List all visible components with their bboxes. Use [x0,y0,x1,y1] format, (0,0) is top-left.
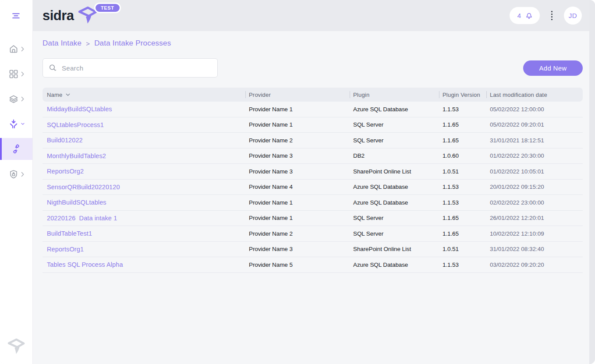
provider-cell: Provider Name 4 [245,184,350,190]
last-modification-date-cell: 01/02/2022 10:05:01 [486,168,583,175]
avatar-initials: JD [569,12,577,19]
sidebar [0,0,33,364]
plugin-version-cell: 1.1.65 [439,121,486,128]
column-header-plugin[interactable]: Plugin [350,88,439,102]
provider-cell: Provider Name 2 [245,230,350,237]
column-header-provider[interactable]: Provider [245,88,350,102]
column-header-last-modification-date[interactable]: Last modification date [486,88,583,102]
sidra-wordmark: sidra [42,8,74,24]
chevron-right-icon [21,71,25,77]
more-menu-button[interactable] [549,9,554,22]
add-new-button[interactable]: Add New [523,60,583,76]
plugin-cell: SQL Server [350,230,439,237]
scrollbar-track[interactable] [589,0,595,364]
sidebar-nav [0,36,32,187]
column-header-name[interactable]: Name [42,88,245,102]
plugin-cell: SharePoint Online List [350,168,439,175]
plugin-version-cell: 1.0.51 [439,168,486,175]
plugin-version-cell: 1.0.51 [439,246,486,252]
last-modification-date-cell: 31/01/2021 18:12:51 [486,137,583,144]
breadcrumb-link-data-intake-processes[interactable]: Data Intake Processes [94,39,171,48]
apps-grid-icon [8,69,19,79]
home-icon [8,44,19,54]
plugin-version-cell: 1.1.65 [439,230,486,237]
process-link[interactable]: 20220126 Data intake 1 [47,215,117,222]
provider-cell: Provider Name 5 [245,262,350,268]
provider-cell: Provider Name 1 [245,106,350,113]
column-label: Plugin [353,92,369,98]
provider-cell: Provider Name 3 [245,168,350,175]
process-link[interactable]: ReportsOrg1 [47,246,84,253]
last-modification-date-cell: 01/02/2022 20:30:00 [486,152,583,159]
process-link[interactable]: NigthBuildSQLtables [47,199,106,206]
table-body: MiddayBuildSQLtables Provider Name 1 Azu… [42,102,583,273]
process-link[interactable]: Build012022 [47,137,83,144]
user-avatar[interactable]: JD [564,7,582,25]
plugin-cell: SQL Server [350,137,439,144]
sidebar-item-data-intake-processes[interactable] [0,138,32,160]
funnel-arrow-icon [8,119,19,129]
table-row: MonthlyBuildTables2 Provider Name 3 DB2 … [42,148,583,164]
process-link[interactable]: ReportsOrg2 [47,168,84,175]
kebab-icon [551,11,552,20]
table-row: SQLtablesProcess1 Provider Name 1 SQL Se… [42,117,583,133]
plugin-version-cell: 1.1.53 [439,199,486,206]
table-header-row: Name Provider Plugin Plugin Version [42,88,583,102]
main-column: sidra TEST 4 [33,0,595,364]
environment-badge: TEST [94,3,121,13]
search-input[interactable] [62,64,212,72]
provider-cell: Provider Name 1 [245,121,350,128]
plugin-version-cell: 1.1.65 [439,215,486,221]
table-row: NigthBuildSQLtables Provider Name 1 Azur… [42,195,583,211]
provider-cell: Provider Name 3 [245,152,350,159]
sidebar-item-security[interactable] [0,162,32,187]
top-header: sidra TEST 4 [33,0,595,31]
process-link[interactable]: SensorQRBuild20220120 [47,184,120,191]
plugin-cell: Azure SQL Database [350,184,439,190]
column-label: Plugin Version [443,92,480,98]
table-row: ReportsOrg2 Provider Name 3 SharePoint O… [42,164,583,180]
chevron-right-icon [21,96,25,102]
last-modification-date-cell: 20/01/2022 09:15:20 [486,184,583,190]
column-label: Provider [249,92,271,98]
last-modification-date-cell: 03/02/2022 09:20:20 [486,262,583,268]
chevron-down-icon [21,121,25,127]
layers-icon [8,94,19,104]
process-link[interactable]: BuildTableTest1 [47,230,92,237]
last-modification-date-cell: 26/01/2022 12:20:01 [486,215,583,221]
table-row: 20220126 Data intake 1 Provider Name 1 S… [42,211,583,226]
process-link[interactable]: SQLtablesProcess1 [47,121,104,128]
sidebar-item-data-intake[interactable] [0,111,32,136]
header-actions: 4 JD [510,7,582,25]
provider-cell: Provider Name 1 [245,199,350,206]
plugin-cell: Azure SQL Database [350,199,439,206]
notification-count-badge: 4 [517,12,521,19]
breadcrumb-link-data-intake[interactable]: Data Intake [42,39,81,48]
process-link[interactable]: MiddayBuildSQLtables [47,106,112,113]
plugin-cell: SQL Server [350,215,439,221]
plugin-cell: SQL Server [350,121,439,128]
chevron-right-icon [21,46,25,52]
app-window: sidra TEST 4 [0,0,595,364]
sidebar-toggle-button[interactable] [0,0,32,31]
process-link[interactable]: Tables SQL Process Alpha [47,261,123,268]
sidebar-item-apps[interactable] [0,61,32,86]
brand: sidra TEST [42,5,98,26]
bell-icon [524,11,534,20]
plugin-cell: Azure SQL Database [350,106,439,113]
notifications-button[interactable]: 4 [510,7,540,24]
table-row: Tables SQL Process Alpha Provider Name 5… [42,257,583,273]
column-header-plugin-version[interactable]: Plugin Version [439,88,486,102]
sidebar-item-data-catalog[interactable] [0,86,32,111]
process-link[interactable]: MonthlyBuildTables2 [47,152,106,159]
provider-cell: Provider Name 2 [245,137,350,144]
search-box[interactable] [42,58,218,78]
last-modification-date-cell: 02/02/2022 23:00:00 [486,199,583,206]
table-row: BuildTableTest1 Provider Name 2 SQL Serv… [42,226,583,242]
plugin-version-cell: 1.0.60 [439,152,486,159]
plugin-version-cell: 1.1.53 [439,106,486,113]
sidebar-item-home[interactable] [0,36,32,61]
processes-table: Name Provider Plugin Plugin Version [42,88,583,273]
toolbar: Add New [42,58,583,78]
plugin-version-cell: 1.1.53 [439,262,486,268]
